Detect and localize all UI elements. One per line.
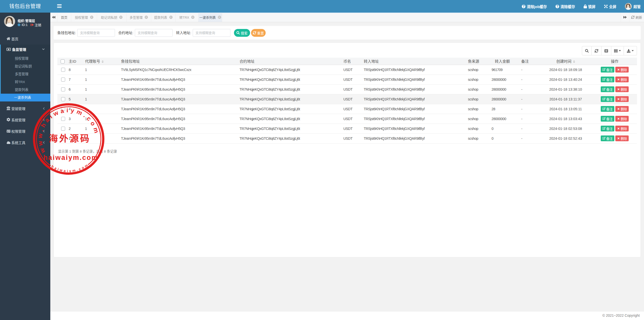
svg-text:haiwaiym.com: haiwaiym.com: [44, 154, 98, 161]
svg-text:海外源码: 海外源码: [49, 133, 91, 144]
